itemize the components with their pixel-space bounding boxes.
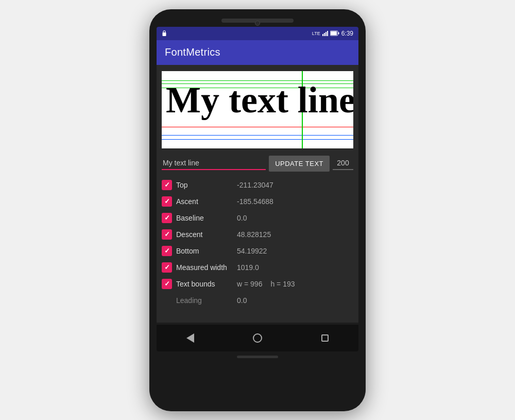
preview-text: My text line: [166, 81, 353, 119]
label-text-bounds: Text bounds: [176, 280, 233, 288]
status-left: [162, 30, 167, 37]
svg-rect-2: [331, 31, 337, 35]
content-area: My text line UPDATE TEXT ✓ Top -211.2304…: [157, 65, 358, 323]
checkbox-text-bounds[interactable]: ✓: [162, 279, 172, 289]
line-baseline: [162, 127, 353, 128]
phone-device: LTE 6:39 FontMetrics: [149, 9, 366, 411]
metric-row-ascent: ✓ Ascent -185.54688: [162, 193, 353, 210]
nav-back-button[interactable]: [182, 330, 198, 346]
label-descent: Descent: [176, 230, 233, 239]
checkbox-top[interactable]: ✓: [162, 180, 172, 190]
label-bottom: Bottom: [176, 247, 233, 255]
update-text-button[interactable]: UPDATE TEXT: [269, 156, 330, 172]
app-title: FontMetrics: [165, 46, 220, 58]
recent-icon: [321, 334, 329, 342]
status-bar: LTE 6:39: [157, 27, 358, 40]
checkmark-text-bounds: ✓: [164, 280, 170, 287]
app-bar: FontMetrics: [157, 40, 358, 65]
metric-row-bottom: ✓ Bottom 54.19922: [162, 243, 353, 259]
svg-rect-3: [338, 32, 339, 35]
checkmark-measured-width: ✓: [164, 264, 170, 271]
label-top: Top: [176, 181, 233, 189]
value-measured-width: 1019.0: [237, 263, 259, 272]
value-text-bounds: w = 996 h = 193: [237, 280, 295, 288]
time-display: 6:39: [341, 30, 353, 37]
text-bounds-h: h = 193: [270, 280, 295, 288]
metric-row-top: ✓ Top -211.23047: [162, 177, 353, 193]
value-descent: 48.828125: [237, 230, 271, 239]
value-bottom: 54.19922: [237, 247, 267, 255]
text-bounds-w: w = 996: [237, 280, 262, 288]
metric-row-text-bounds: ✓ Text bounds w = 996 h = 193: [162, 276, 353, 292]
checkmark-ascent: ✓: [164, 198, 170, 205]
preview-area: My text line: [162, 71, 353, 148]
signal-icon: [322, 31, 328, 36]
nav-bar: [157, 325, 358, 351]
checkmark-top: ✓: [164, 181, 170, 188]
checkmark-bottom: ✓: [164, 247, 170, 254]
controls-row: UPDATE TEXT: [157, 153, 358, 175]
line-descent: [162, 135, 353, 136]
metric-row-leading: Leading 0.0: [162, 292, 353, 309]
phone-screen: LTE 6:39 FontMetrics: [157, 27, 358, 351]
home-icon: [253, 333, 262, 343]
checkbox-leading-empty: [162, 295, 172, 306]
size-input[interactable]: [333, 157, 353, 170]
nav-recent-button[interactable]: [317, 330, 333, 346]
metrics-list: ✓ Top -211.23047 ✓ Ascent -185.54688: [157, 175, 358, 323]
battery-icon: [330, 30, 339, 36]
checkmark-baseline: ✓: [164, 214, 170, 221]
line-bottom: [162, 139, 353, 140]
checkbox-baseline[interactable]: ✓: [162, 213, 172, 223]
value-top: -211.23047: [237, 181, 273, 189]
value-leading: 0.0: [237, 296, 247, 305]
metric-row-measured-width: ✓ Measured width 1019.0: [162, 259, 353, 276]
lock-icon: [162, 30, 167, 37]
status-right: LTE 6:39: [312, 30, 353, 37]
checkbox-bottom[interactable]: ✓: [162, 246, 172, 256]
lte-label: LTE: [312, 31, 320, 36]
nav-home-button[interactable]: [250, 330, 265, 346]
label-leading: Leading: [176, 296, 233, 305]
value-baseline: 0.0: [237, 214, 247, 222]
metric-row-baseline: ✓ Baseline 0.0: [162, 210, 353, 226]
camera-icon: [255, 21, 260, 26]
label-ascent: Ascent: [176, 197, 233, 206]
back-icon: [186, 333, 194, 343]
checkbox-descent[interactable]: ✓: [162, 229, 172, 240]
checkbox-ascent[interactable]: ✓: [162, 196, 172, 207]
svg-rect-0: [163, 32, 166, 36]
value-ascent: -185.54688: [237, 197, 273, 206]
text-input[interactable]: [162, 157, 266, 170]
checkbox-measured-width[interactable]: ✓: [162, 262, 172, 273]
phone-bottom-bar: [237, 356, 278, 358]
label-measured-width: Measured width: [176, 263, 233, 272]
preview-inner: My text line: [162, 71, 353, 148]
metric-row-descent: ✓ Descent 48.828125: [162, 226, 353, 243]
label-baseline: Baseline: [176, 214, 233, 222]
checkmark-descent: ✓: [164, 231, 170, 238]
